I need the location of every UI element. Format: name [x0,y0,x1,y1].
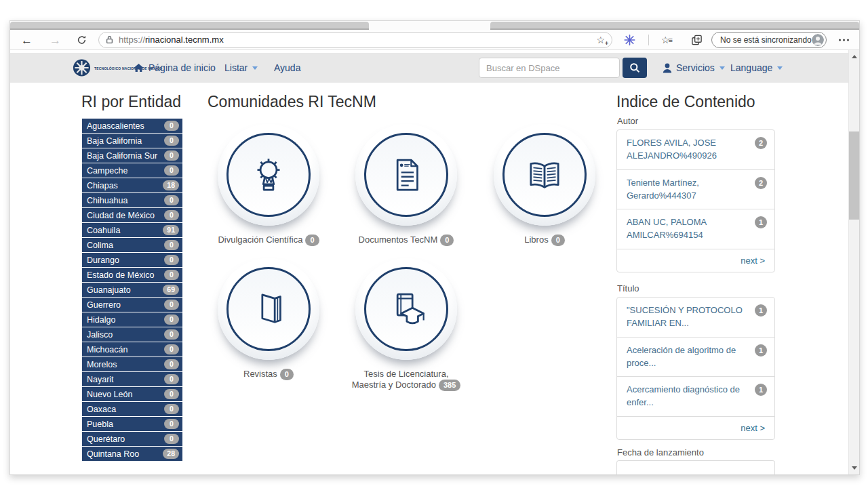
state-name: Puebla [87,420,113,429]
titulo-item-count: 1 [755,344,767,357]
state-item[interactable]: Durango 0 [82,253,182,267]
page-content: TECNOLÓGICO NACIONAL DE MÉXICO Página de… [10,50,859,474]
state-name: Guanajuato [87,285,131,295]
magazine-icon [246,287,291,331]
autor-item[interactable]: FLORES AVILA, JOSE ALEJANDRO%490926 2 [617,130,774,170]
community-documentos-tecnm[interactable]: Documentos TecNM0 [345,124,467,246]
favorites-icon[interactable]: ☆≡ [661,35,673,45]
toolbar-divider [648,35,649,45]
state-item[interactable]: Nuevo León 0 [82,387,182,401]
titulo-item-text: Acercamiento diagnóstico de enfer... [627,384,740,407]
state-count-badge: 0 [164,150,179,161]
state-item[interactable]: Aguascalientes 0 [82,119,182,133]
titulo-item[interactable]: "SUCESIÓN Y PROTOCOLO FAMILIAR EN... 1 [617,298,774,338]
state-item[interactable]: Estado de México 0 [82,268,182,282]
titulo-label: Título [617,283,639,293]
community-name: Divulgación Científica [218,235,302,245]
address-bar[interactable]: https://rinacional.tecnm.mx ☆+ [98,32,612,48]
scrollbar-up-arrow[interactable] [852,55,857,58]
forward-button[interactable]: → [50,34,61,45]
state-item[interactable]: Nayarit 0 [82,372,182,386]
state-item[interactable]: Puebla 0 [82,417,182,431]
autor-list: FLORES AVILA, JOSE ALEJANDRO%490926 2 Te… [617,130,774,249]
community-tesis[interactable]: Tesis de Licenciatura, Maestría y Doctor… [338,258,474,391]
titulo-item[interactable]: Acercamiento diagnóstico de enfer... 1 [617,377,774,417]
state-item[interactable]: Oaxaca 0 [82,402,182,416]
state-item[interactable]: Chihuahua 0 [82,193,182,207]
autor-item-text: ABAN UC, PALOMA AMILCAR%694154 [627,217,707,240]
state-name: Durango [87,256,119,265]
chevron-down-icon [777,66,783,70]
state-count-badge: 0 [164,165,179,176]
state-item[interactable]: Querétaro 0 [82,432,182,446]
browser-menu-icon[interactable] [839,39,849,41]
nav-servicios[interactable]: Servicios [663,62,725,73]
browser-window: ← → https://rinacional.tecnm.mx ☆+ [9,20,860,475]
scrollbar-down-arrow[interactable] [852,466,857,470]
background-tabs-right[interactable] [490,22,859,30]
collections-icon[interactable] [691,34,703,45]
state-name: Michoacán [87,345,127,354]
state-item[interactable]: Chiapas 18 [82,178,182,192]
state-item[interactable]: Hidalgo 0 [82,312,182,327]
community-libros[interactable]: Libros0 [484,124,606,246]
autor-next-link[interactable]: next > [617,249,774,272]
scrollbar-thumb[interactable] [849,131,859,220]
index-title: Indice de Contenido [616,93,755,111]
sync-status-button[interactable]: No se está sincronizando [711,32,827,48]
autor-item-text: Teniente Martínez, Gerardo%444307 [627,178,699,201]
state-count-badge: 0 [164,300,179,310]
state-item[interactable]: Ciudad de México 0 [82,208,182,222]
state-name: Oaxaca [87,405,116,414]
state-item[interactable]: Colima 0 [82,238,182,252]
community-count-badge: 0 [440,235,454,246]
search-button[interactable] [623,58,647,78]
extension-icon[interactable] [624,34,635,45]
state-item[interactable]: Coahuila 91 [82,223,182,237]
background-tabs-left[interactable] [10,22,369,30]
url-scheme: https:// [119,35,145,45]
user-icon [663,63,672,73]
nav-ayuda[interactable]: Ayuda [274,62,300,73]
autor-item[interactable]: Teniente Martínez, Gerardo%444307 2 [617,170,774,210]
nav-home[interactable]: Página de inicio [134,62,216,73]
site-navbar: TECNOLÓGICO NACIONAL DE MÉXICO Página de… [10,53,848,83]
tecnm-logo[interactable]: TECNOLÓGICO NACIONAL DE MÉXICO [73,59,130,77]
community-divulgacion-cientifica[interactable]: Divulgación Científica0 [208,124,330,246]
state-item[interactable]: Jalisco 0 [82,327,182,342]
community-label: Revistas0 [208,369,330,380]
community-label: Libros0 [484,235,606,246]
nav-language[interactable]: Language [730,62,783,73]
thesis-cap-icon [384,287,429,331]
state-name: Chihuahua [87,196,127,205]
titulo-next-link[interactable]: next > [617,417,774,439]
next-label: next > [741,256,765,266]
page-scrollbar[interactable] [848,50,859,474]
state-item[interactable]: Baja California Sur 0 [82,148,182,163]
titulo-item[interactable]: Aceleración de algoritmo de proce... 1 [617,338,774,378]
state-item[interactable]: Guanajuato 69 [82,283,182,297]
state-item[interactable]: Michoacán 0 [82,342,182,357]
home-icon [134,63,144,73]
back-button[interactable]: ← [21,34,33,45]
search-input[interactable] [479,58,620,78]
autor-item[interactable]: ABAN UC, PALOMA AMILCAR%694154 1 [617,209,774,249]
state-item[interactable]: Morelos 0 [82,357,182,371]
state-item[interactable]: Baja California 0 [82,134,182,148]
snowflake-extension-icon [624,34,635,45]
nav-listar[interactable]: Listar [224,62,258,73]
add-favorite-icon[interactable]: ☆+ [596,35,605,45]
state-item[interactable]: Campeche 0 [82,163,182,178]
state-item[interactable]: Guerrero 0 [82,298,182,312]
community-label: Documentos TecNM0 [345,235,467,246]
state-count-badge: 0 [164,270,179,280]
nav-servicios-label: Servicios [676,62,715,73]
state-count-badge: 0 [164,314,179,325]
community-revistas[interactable]: Revistas0 [208,258,330,380]
profile-avatar-icon [812,34,824,46]
url-text[interactable]: https://rinacional.tecnm.mx [119,35,596,45]
state-name: Baja California [87,136,142,146]
reload-button[interactable] [77,35,87,45]
state-name: Estado de México [87,270,154,280]
state-item[interactable]: Quintana Roo 28 [82,447,182,461]
